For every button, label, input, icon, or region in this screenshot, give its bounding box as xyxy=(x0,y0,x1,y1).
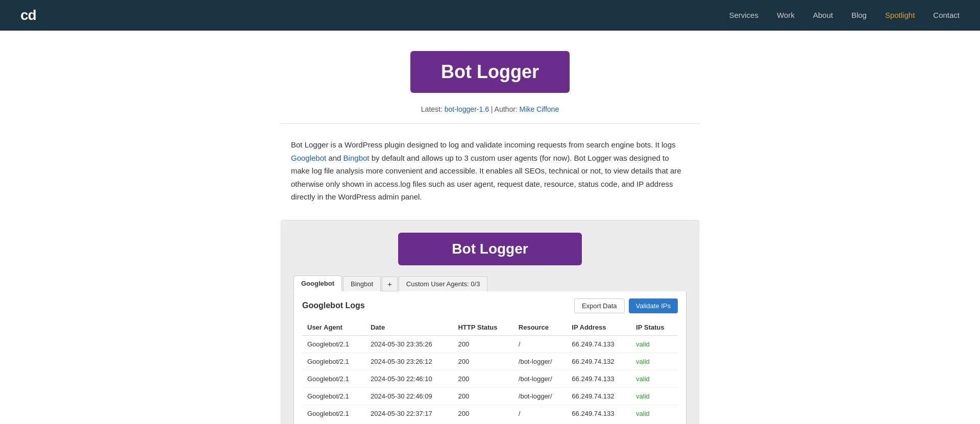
nav-item-spotlight[interactable]: Spotlight xyxy=(885,11,915,20)
hero-meta: Latest: bot-logger-1.6 | Author: Mike Ci… xyxy=(421,105,559,113)
col-resource: Resource xyxy=(513,319,567,336)
cell-ip-status: valid xyxy=(631,353,678,370)
col-date: Date xyxy=(365,319,453,336)
hero-badge: Bot Logger xyxy=(410,51,570,93)
nav-item-services[interactable]: Services xyxy=(729,11,758,20)
col-ip-status: IP Status xyxy=(631,319,678,336)
table-row: Googlebot/2.1 2024-05-30 22:46:09 200 /b… xyxy=(302,387,678,405)
table-row: Googlebot/2.1 2024-05-30 22:37:17 200 / … xyxy=(302,405,678,422)
main-content: Bot Logger Latest: bot-logger-1.6 | Auth… xyxy=(0,31,980,424)
cell-ip-status: valid xyxy=(631,335,678,353)
cell-http-status: 200 xyxy=(453,387,513,405)
nav-link-spotlight[interactable]: Spotlight xyxy=(885,11,915,19)
nav-item-blog[interactable]: Blog xyxy=(851,11,867,20)
cell-date: 2024-05-30 22:37:17 xyxy=(365,405,453,422)
hero-section: Bot Logger Latest: bot-logger-1.6 | Auth… xyxy=(0,31,980,424)
cell-http-status: 200 xyxy=(453,335,513,353)
col-user-agent: User Agent xyxy=(302,319,365,336)
cell-user-agent: Googlebot/2.1 xyxy=(302,335,365,353)
divider xyxy=(281,123,699,124)
cell-date: 2024-05-30 23:26:12 xyxy=(365,353,453,370)
version-link[interactable]: bot-logger-1.6 xyxy=(445,105,489,113)
table-body: Googlebot/2.1 2024-05-30 23:35:26 200 / … xyxy=(302,335,678,422)
cell-ip: 66.249.74.132 xyxy=(567,387,631,405)
cell-user-agent: Googlebot/2.1 xyxy=(302,387,365,405)
cell-ip-status: valid xyxy=(631,387,678,405)
table-row: Googlebot/2.1 2024-05-30 23:26:12 200 /b… xyxy=(302,353,678,370)
cell-user-agent: Googlebot/2.1 xyxy=(302,405,365,422)
log-actions: Export Data Validate IPs xyxy=(574,298,678,313)
nav-link-blog[interactable]: Blog xyxy=(851,11,867,19)
bingbot-link[interactable]: Bingbot xyxy=(344,154,370,162)
cell-ip: 66.249.74.132 xyxy=(567,353,631,370)
navigation: cd Services Work About Blog Spotlight Co… xyxy=(0,0,980,31)
table-row: Googlebot/2.1 2024-05-30 23:35:26 200 / … xyxy=(302,335,678,353)
table-row: Googlebot/2.1 2024-05-30 22:46:10 200 /b… xyxy=(302,370,678,387)
cell-date: 2024-05-30 23:35:26 xyxy=(365,335,453,353)
nav-links: Services Work About Blog Spotlight Conta… xyxy=(729,11,960,20)
log-table: User Agent Date HTTP Status Resource IP … xyxy=(302,319,678,422)
nav-item-work[interactable]: Work xyxy=(777,11,795,20)
table-header: User Agent Date HTTP Status Resource IP … xyxy=(302,319,678,336)
tab-bingbot[interactable]: Bingbot xyxy=(343,276,381,291)
cell-ip-status: valid xyxy=(631,405,678,422)
export-button[interactable]: Export Data xyxy=(574,298,625,313)
cell-http-status: 200 xyxy=(453,370,513,387)
validate-button[interactable]: Validate IPs xyxy=(629,298,678,313)
tab-add[interactable]: + xyxy=(382,277,398,291)
cell-resource: / xyxy=(513,335,567,353)
cell-ip-status: valid xyxy=(631,370,678,387)
cell-date: 2024-05-30 22:46:09 xyxy=(365,387,453,405)
tab-googlebot[interactable]: Googlebot xyxy=(293,276,342,291)
author-link[interactable]: Mike Ciffone xyxy=(520,105,559,113)
cell-resource: /bot-logger/ xyxy=(513,353,567,370)
googlebot-link[interactable]: Googlebot xyxy=(291,154,326,162)
log-title: Googlebot Logs xyxy=(302,301,365,310)
cell-ip: 66.249.74.133 xyxy=(567,405,631,422)
nav-item-contact[interactable]: Contact xyxy=(933,11,960,20)
cell-ip: 66.249.74.133 xyxy=(567,370,631,387)
cell-http-status: 200 xyxy=(453,405,513,422)
logo: cd xyxy=(20,7,36,23)
log-panel: Googlebot Logs Export Data Validate IPs … xyxy=(293,291,687,425)
tab-custom-agents[interactable]: Custom User Agents: 0/3 xyxy=(399,276,488,291)
cell-user-agent: Googlebot/2.1 xyxy=(302,370,365,387)
nav-item-about[interactable]: About xyxy=(813,11,833,20)
log-header: Googlebot Logs Export Data Validate IPs xyxy=(302,298,678,313)
cell-date: 2024-05-30 22:46:10 xyxy=(365,370,453,387)
nav-link-work[interactable]: Work xyxy=(777,11,795,19)
cell-http-status: 200 xyxy=(453,353,513,370)
nav-link-contact[interactable]: Contact xyxy=(933,11,960,19)
nav-link-services[interactable]: Services xyxy=(729,11,758,19)
screenshot-preview: Bot Logger Googlebot Bingbot + Custom Us… xyxy=(281,220,699,425)
cell-user-agent: Googlebot/2.1 xyxy=(302,353,365,370)
tab-bar: Googlebot Bingbot + Custom User Agents: … xyxy=(293,276,687,291)
description-text: Bot Logger is a WordPress plugin designe… xyxy=(291,138,689,204)
nav-link-about[interactable]: About xyxy=(813,11,833,19)
latest-label: Latest: xyxy=(421,105,443,113)
description: Bot Logger is a WordPress plugin designe… xyxy=(281,138,699,220)
author-label: Author: xyxy=(495,105,518,113)
col-ip-address: IP Address xyxy=(567,319,631,336)
cell-resource: / xyxy=(513,405,567,422)
cell-resource: /bot-logger/ xyxy=(513,387,567,405)
cell-resource: /bot-logger/ xyxy=(513,370,567,387)
cell-ip: 66.249.74.133 xyxy=(567,335,631,353)
col-http-status: HTTP Status xyxy=(453,319,513,336)
screenshot-badge: Bot Logger xyxy=(398,233,582,265)
